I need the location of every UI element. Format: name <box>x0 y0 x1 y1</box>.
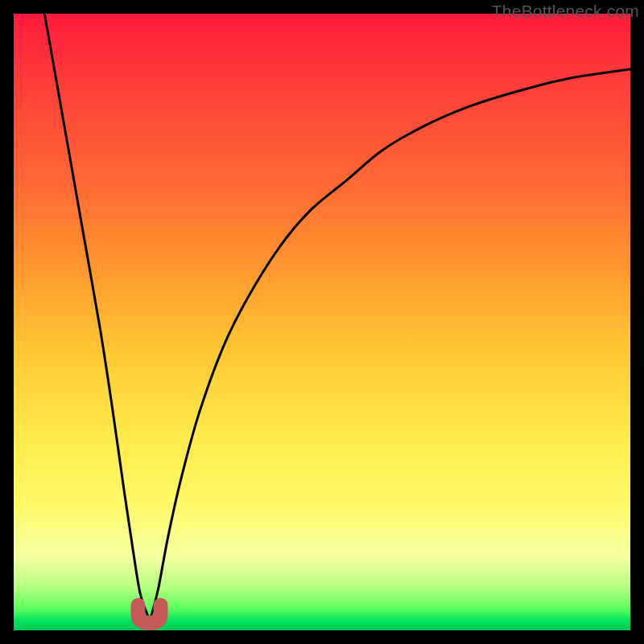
minimum-marker <box>138 605 161 623</box>
curve-layer <box>14 14 630 630</box>
bottleneck-curve <box>44 14 630 618</box>
chart-frame: TheBottleneck.com <box>0 0 644 644</box>
plot-area <box>14 14 630 630</box>
watermark-text: TheBottleneck.com <box>492 2 639 21</box>
